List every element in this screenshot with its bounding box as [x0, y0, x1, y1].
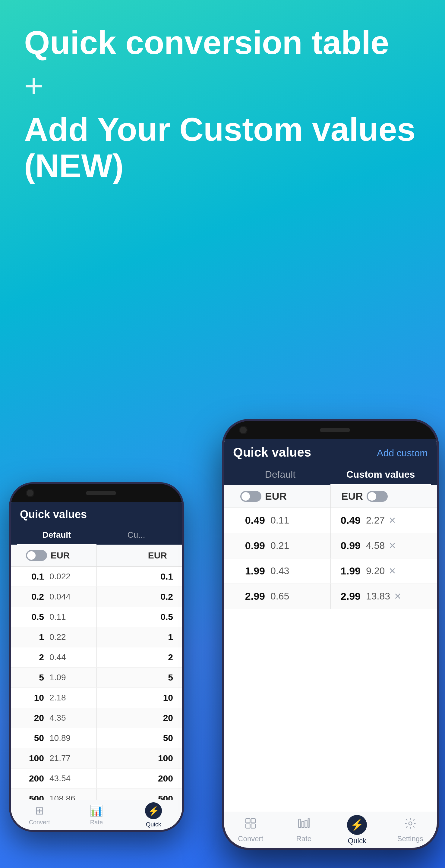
delete-row-4[interactable]: ×: [394, 590, 401, 603]
front-to-label: EUR: [341, 490, 363, 502]
table-row: 0.99 0.21 0.99 4.58 ×: [224, 533, 437, 558]
phone-back-notch: [11, 484, 182, 502]
front-rate-icon: [298, 817, 310, 824]
table-row: 10 2.18 10: [11, 688, 182, 708]
front-tab-custom[interactable]: Custom values: [330, 464, 431, 485]
front-nav-convert[interactable]: Convert: [224, 817, 277, 824]
back-tabs-row: Default Cu...: [11, 525, 182, 545]
phone-front-screen: Quick values Add custom Default Custom v…: [224, 439, 437, 824]
front-nav-quick[interactable]: ⚡ Quick: [330, 815, 384, 824]
table-row: 0.1 0.022 0.1: [11, 567, 182, 587]
add-custom-button[interactable]: Add custom: [377, 447, 428, 459]
back-tab-custom[interactable]: Cu...: [96, 525, 176, 545]
nav-rate[interactable]: 📊 Rate: [68, 804, 125, 812]
table-row: 0.2 0.044 0.2: [11, 587, 182, 607]
table-row: 1.99 0.43 1.99 9.20 ×: [224, 558, 437, 584]
front-currency-row: EUR EUR: [224, 485, 437, 508]
svg-rect-4: [298, 819, 301, 824]
delete-row-2[interactable]: ×: [389, 539, 395, 552]
front-toggle-from[interactable]: [240, 491, 261, 502]
nav-convert[interactable]: ⊞ Convert: [11, 804, 68, 812]
back-bottom-nav: ⊞ Convert 📊 Rate ⚡ Quick: [11, 800, 182, 812]
back-app-header: Quick values: [11, 502, 182, 525]
table-row: 100 21.77 100: [11, 748, 182, 769]
phone-back: Quick values Default Cu... EUR EUR: [9, 482, 184, 832]
front-nav-rate[interactable]: Rate: [277, 817, 331, 824]
front-from-label: EUR: [265, 490, 287, 502]
delete-row-3[interactable]: ×: [389, 564, 395, 578]
front-from-currency: EUR: [233, 490, 330, 502]
hero-section: Quick conversion table + Add Your Custom…: [0, 0, 445, 196]
table-row: 0.49 0.11 0.49 2.27 ×: [224, 508, 437, 533]
front-convert-icon: [244, 817, 257, 824]
phone-back-screen: Quick values Default Cu... EUR EUR: [11, 502, 182, 812]
back-col-divider: [96, 545, 97, 566]
back-table: 0.1 0.022 0.1 0.2 0.044 0.2: [11, 567, 182, 809]
table-row: 5 1.09 5: [11, 668, 182, 688]
back-to-label: EUR: [148, 550, 167, 561]
front-bottom-nav: Convert Rate ⚡ Quick: [224, 812, 437, 824]
table-row: 1 0.22 1: [11, 627, 182, 647]
phone-front-camera: [239, 426, 247, 434]
back-currency-row: EUR EUR: [11, 545, 182, 567]
back-from-label: EUR: [51, 550, 70, 561]
hero-title: Quick conversion table: [24, 24, 421, 61]
phone-front-notch: [224, 421, 437, 439]
table-row: 2 0.44 2: [11, 647, 182, 668]
phone-back-speaker: [86, 491, 116, 495]
front-toggle-to[interactable]: [366, 491, 388, 502]
table-row: 20 4.35 20: [11, 708, 182, 728]
delete-row-1[interactable]: ×: [389, 514, 395, 527]
table-row: 50 10.89 50: [11, 728, 182, 748]
nav-quick[interactable]: ⚡ Quick: [125, 802, 182, 812]
svg-point-8: [409, 822, 412, 824]
table-row: 200 43.54 200: [11, 769, 182, 789]
back-to-currency: EUR: [96, 550, 173, 561]
convert-icon: ⊞: [35, 804, 44, 812]
table-row: 2.99 0.65 2.99 13.83 ×: [224, 584, 437, 609]
front-header-title: Quick values: [233, 445, 311, 460]
svg-rect-0: [246, 818, 250, 823]
back-header-title: Quick values: [20, 508, 173, 521]
rate-icon: 📊: [90, 804, 103, 812]
back-from-currency: EUR: [20, 550, 96, 561]
front-settings-icon: [404, 817, 417, 824]
quick-icon: ⚡: [145, 802, 162, 812]
phones-container: Quick values Default Cu... EUR EUR: [0, 235, 445, 868]
svg-rect-5: [302, 821, 304, 824]
phone-back-camera: [26, 489, 34, 497]
svg-rect-7: [308, 818, 309, 824]
table-row: 0.5 0.11 0.5: [11, 607, 182, 627]
phone-front-speaker: [320, 428, 350, 432]
front-table: 0.49 0.11 0.49 2.27 × 0.99 0.21: [224, 508, 437, 609]
svg-rect-6: [305, 820, 307, 824]
front-app-header: Quick values Add custom: [224, 439, 437, 464]
front-to-currency: EUR: [330, 490, 428, 502]
phone-front: Quick values Add custom Default Custom v…: [222, 419, 439, 850]
front-tabs-row: Default Custom values: [224, 464, 437, 485]
front-nav-settings[interactable]: Settings: [384, 817, 437, 824]
front-quick-icon: ⚡: [347, 815, 367, 824]
hero-plus: +: [24, 67, 421, 105]
front-tab-default[interactable]: Default: [230, 464, 330, 485]
back-tab-default[interactable]: Default: [17, 525, 96, 545]
hero-subtitle: Add Your Custom values (NEW): [24, 111, 421, 184]
svg-rect-1: [251, 818, 255, 823]
back-toggle-from[interactable]: [26, 550, 47, 561]
